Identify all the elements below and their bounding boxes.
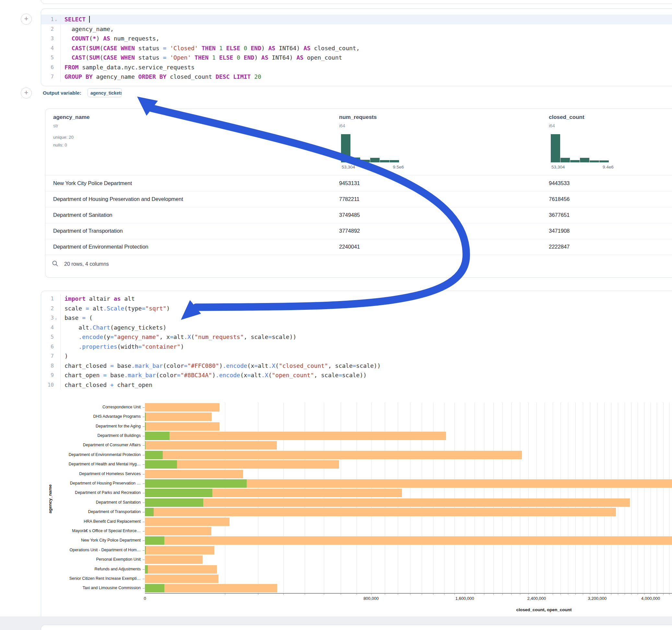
histogram-bar bbox=[380, 160, 389, 162]
code-line[interactable]: 4 CAST(SUM(CASE WHEN status = 'Closed' T… bbox=[41, 43, 672, 53]
histogram-bar bbox=[599, 161, 609, 162]
code-line[interactable]: 3⌄base = ( bbox=[41, 313, 672, 323]
table-cell: Department of Transportation bbox=[53, 223, 123, 239]
column-header[interactable]: closed_count bbox=[549, 114, 584, 121]
code-line[interactable]: 7GROUP BY agency_name ORDER BY closed_co… bbox=[41, 72, 672, 82]
fold-caret-icon: ⌄ bbox=[55, 316, 58, 320]
histogram-bar bbox=[341, 134, 351, 162]
add-cell-button-output[interactable]: + bbox=[21, 88, 32, 98]
python-cell[interactable]: 1import altair as alt2scale = alt.Scale(… bbox=[41, 291, 672, 624]
code-line[interactable]: 3 COUNT(*) AS num_requests, bbox=[41, 34, 672, 43]
table-cell: 7618456 bbox=[549, 191, 570, 207]
histogram-min-label: 53,304 bbox=[551, 165, 565, 169]
column-stat: nulls: 0 bbox=[53, 143, 67, 147]
column-type: i64 bbox=[339, 123, 345, 128]
table-row[interactable]: Department of Environmental Protection22… bbox=[45, 239, 672, 255]
table-cell: 3774892 bbox=[339, 223, 360, 239]
line-number: 6 bbox=[41, 63, 61, 72]
code-line[interactable]: 4 alt.Chart(agency_tickets) bbox=[41, 323, 672, 333]
code-line[interactable]: 7) bbox=[41, 351, 672, 361]
table-cell: 3677651 bbox=[549, 207, 570, 223]
table-row[interactable]: Department of Transportation377489234719… bbox=[45, 223, 672, 239]
next-cell-edge bbox=[41, 625, 672, 630]
line-number: 9 bbox=[41, 370, 61, 380]
add-cell-button-top[interactable]: + bbox=[21, 14, 32, 25]
table-cell: Department of Environmental Protection bbox=[53, 239, 148, 255]
column-header[interactable]: agency_name bbox=[53, 114, 90, 121]
column-type: i64 bbox=[549, 123, 555, 128]
histogram-bar bbox=[560, 158, 570, 162]
search-icon[interactable] bbox=[52, 260, 58, 268]
table-row[interactable]: Department of Sanitation37494853677651 bbox=[45, 207, 672, 223]
table-cell: 9443533 bbox=[549, 175, 570, 191]
code-line[interactable]: 5 CAST(SUM(CASE WHEN status = 'Open' THE… bbox=[41, 53, 672, 63]
table-cell: 2240041 bbox=[339, 239, 360, 255]
table-cell: 3471908 bbox=[549, 223, 570, 239]
code-line[interactable]: 6 .properties(width="container") bbox=[41, 342, 672, 352]
sql-cell[interactable]: 1⌄SELECT 2 agency_name,3 COUNT(*) AS num… bbox=[41, 8, 672, 86]
column-header[interactable]: num_requests bbox=[339, 114, 377, 121]
line-number: 8 bbox=[41, 361, 61, 371]
table-cell: New York City Police Department bbox=[53, 175, 132, 191]
table-row-count: 20 rows, 4 columns bbox=[64, 261, 109, 267]
table-row[interactable]: Department of Housing Preservation and D… bbox=[45, 191, 672, 208]
table-cell: 7782211 bbox=[339, 191, 360, 207]
previous-cell-edge bbox=[41, 0, 672, 4]
line-number: 5 bbox=[41, 332, 61, 342]
table-cell: Department of Sanitation bbox=[53, 207, 113, 223]
code-line[interactable]: 6FROM sample_data.nyc.service_requests bbox=[41, 63, 672, 72]
sql-code-editor[interactable]: 1⌄SELECT 2 agency_name,3 COUNT(*) AS num… bbox=[41, 9, 672, 82]
code-line[interactable]: 10chart_closed + chart_open bbox=[41, 380, 672, 390]
column-stat: unique: 20 bbox=[53, 135, 74, 140]
code-line[interactable]: 1import altair as alt bbox=[41, 294, 672, 304]
code-line[interactable]: 5 .encode(y="agency_name", x=alt.X("num_… bbox=[41, 332, 672, 342]
histogram-bar bbox=[570, 160, 580, 162]
histogram-min-label: 53,304 bbox=[342, 165, 355, 169]
code-line[interactable]: 9chart_open = base.mark_bar(color="#8BC3… bbox=[41, 370, 672, 380]
line-number: 5 bbox=[41, 53, 61, 63]
histogram-bar bbox=[351, 158, 360, 162]
output-variable-label: Output variable: bbox=[43, 90, 81, 96]
code-line[interactable]: 2 agency_name, bbox=[41, 24, 672, 34]
table-cell: 9453131 bbox=[339, 175, 360, 191]
fold-caret-icon: ⌄ bbox=[55, 17, 58, 22]
histogram-bar bbox=[370, 158, 380, 162]
line-number: 2 bbox=[41, 24, 61, 34]
code-line[interactable]: 2scale = alt.Scale(type="sqrt") bbox=[41, 304, 672, 313]
column-histogram bbox=[341, 134, 399, 162]
histogram-max-label: 9.4e6 bbox=[603, 165, 614, 169]
line-number: 3⌄ bbox=[41, 313, 61, 323]
output-variable-input[interactable]: agency_tickets bbox=[88, 88, 122, 97]
text-cursor bbox=[89, 16, 90, 23]
line-number: 7 bbox=[41, 72, 61, 82]
histogram-bar bbox=[360, 160, 370, 162]
histogram-max-label: 9.5e6 bbox=[393, 165, 404, 169]
line-number: 1⌄ bbox=[41, 15, 61, 24]
table-cell: 3749485 bbox=[339, 207, 360, 223]
column-histogram bbox=[551, 134, 609, 162]
line-number: 6 bbox=[41, 342, 61, 352]
histogram-bar bbox=[590, 161, 599, 162]
line-number: 4 bbox=[41, 323, 61, 333]
line-number: 4 bbox=[41, 43, 61, 53]
notebook-page: { "accent": {"arrow_blue": "#2b58d8", "h… bbox=[0, 0, 672, 630]
line-number: 1 bbox=[41, 294, 61, 304]
python-code-editor[interactable]: 1import altair as alt2scale = alt.Scale(… bbox=[41, 291, 672, 390]
histogram-bar bbox=[390, 160, 399, 162]
table-cell: 2222847 bbox=[549, 239, 570, 255]
histogram-bar bbox=[551, 134, 560, 162]
result-table: agency_namestrunique: 20nulls: 0num_requ… bbox=[45, 108, 672, 278]
column-type: str bbox=[53, 123, 58, 128]
line-number: 7 bbox=[41, 351, 61, 361]
table-row[interactable]: New York City Police Department945313194… bbox=[45, 175, 672, 192]
code-line[interactable]: 1⌄SELECT bbox=[41, 15, 672, 24]
line-number: 2 bbox=[41, 304, 61, 313]
line-number: 3 bbox=[41, 34, 61, 43]
table-cell: Department of Housing Preservation and D… bbox=[53, 191, 183, 207]
code-line[interactable]: 8chart_closed = base.mark_bar(color="#FF… bbox=[41, 361, 672, 371]
line-number: 10 bbox=[41, 380, 61, 390]
histogram-bar bbox=[580, 158, 589, 162]
